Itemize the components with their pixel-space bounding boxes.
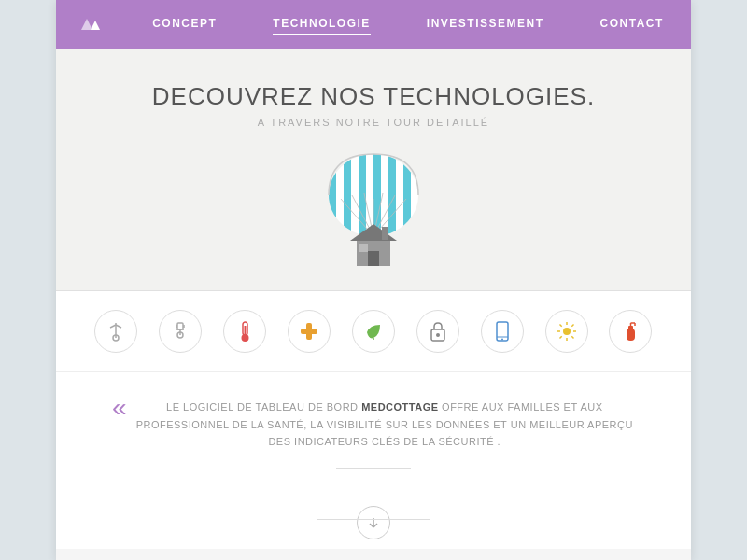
logo[interactable] [75, 13, 116, 35]
svg-line-29 [116, 325, 121, 328]
svg-rect-3 [329, 154, 336, 236]
svg-rect-24 [368, 251, 379, 266]
divider [336, 468, 411, 469]
svg-rect-12 [396, 154, 403, 236]
nav-concept[interactable]: CONCEPT [152, 13, 217, 35]
lock-icon[interactable] [416, 310, 459, 353]
svg-rect-26 [382, 227, 388, 240]
thermometer-icon[interactable] [223, 310, 266, 353]
svg-line-28 [110, 325, 116, 328]
leaf-icon[interactable] [352, 310, 395, 353]
quote-text: LE LOGICIEL DE TABLEAU DE BORD MEDCOTTAG… [134, 399, 635, 451]
svg-line-53 [559, 325, 561, 327]
svg-point-38 [242, 334, 249, 342]
nav-contact[interactable]: CONTACT [600, 13, 664, 35]
svg-rect-57 [627, 329, 635, 341]
hero-subtitle: A TRAVERS NOTRE TOUR DETAILLÉ [75, 117, 672, 128]
svg-line-55 [571, 325, 573, 327]
icons-section [56, 291, 691, 372]
nav-links: CONCEPT TECHNOLOGIE INVESTISSEMENT CONTA… [144, 13, 672, 35]
quote-text-before: LE LOGICIEL DE TABLEAU DE BORD [166, 401, 361, 413]
bottom-line [317, 519, 430, 520]
plug-icon[interactable] [159, 310, 202, 353]
svg-point-44 [436, 333, 440, 337]
svg-rect-45 [497, 322, 508, 341]
antenna-icon[interactable] [94, 310, 137, 353]
hero-title: DECOUVREZ NOS TECHNOLOGIES. [75, 82, 672, 111]
svg-rect-5 [344, 154, 351, 236]
medical-icon[interactable] [288, 310, 331, 353]
navbar: CONCEPT TECHNOLOGIE INVESTISSEMENT CONTA… [56, 0, 691, 49]
nav-technologie[interactable]: TECHNOLOGIE [273, 13, 371, 35]
quote-brand: MEDCOTTAGE [361, 401, 438, 413]
parachute-illustration [75, 150, 672, 272]
svg-rect-25 [359, 244, 368, 252]
main-container: CONCEPT TECHNOLOGIE INVESTISSEMENT CONTA… [56, 0, 691, 560]
sun-icon[interactable] [545, 310, 588, 353]
svg-line-56 [559, 336, 561, 338]
svg-rect-14 [411, 154, 418, 236]
svg-rect-58 [628, 326, 633, 329]
svg-rect-41 [301, 329, 317, 334]
hero-section: DECOUVREZ NOS TECHNOLOGIES. A TRAVERS NO… [56, 49, 691, 291]
svg-line-54 [571, 336, 573, 338]
icons-row [84, 310, 663, 353]
bottom-arrow-button[interactable] [357, 506, 390, 539]
bottom-nav [56, 500, 691, 549]
svg-point-48 [563, 328, 571, 335]
svg-rect-31 [177, 323, 183, 329]
svg-marker-1 [81, 19, 92, 30]
fire-icon[interactable] [609, 310, 652, 353]
nav-investissement[interactable]: INVESTISSEMENT [427, 13, 544, 35]
phone-icon[interactable] [481, 310, 524, 353]
quote-mark: « [112, 395, 127, 421]
svg-point-47 [501, 339, 503, 341]
svg-marker-0 [91, 21, 100, 30]
quote-section: « LE LOGICIEL DE TABLEAU DE BORD MEDCOTT… [56, 372, 691, 500]
